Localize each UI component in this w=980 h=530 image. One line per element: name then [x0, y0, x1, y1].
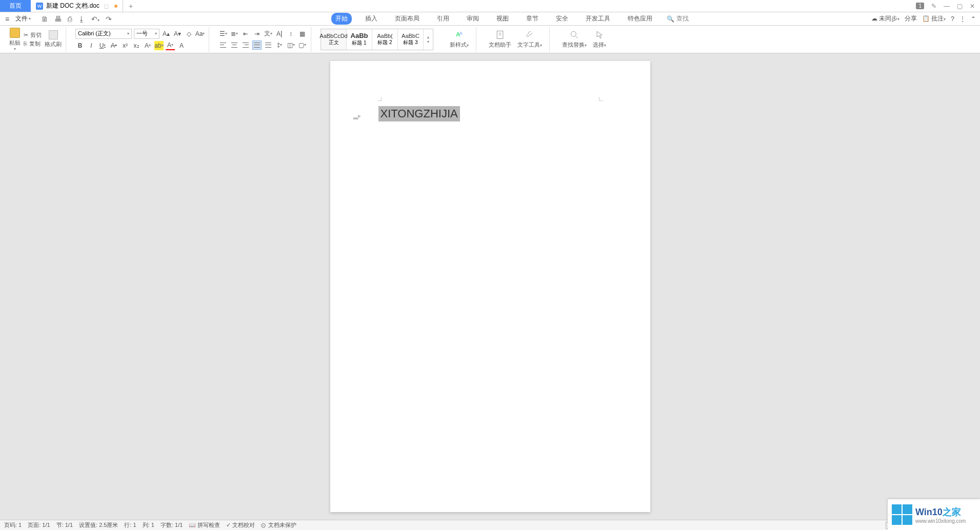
bullet-list-icon[interactable]: ☰▾: [218, 29, 228, 38]
tab-section[interactable]: 章节: [522, 13, 543, 25]
sort-icon[interactable]: ↕: [286, 29, 295, 38]
tab-special[interactable]: 特色应用: [624, 13, 656, 25]
notification-badge[interactable]: 1: [916, 3, 924, 9]
style-heading2[interactable]: AaBb(标题 2: [372, 29, 398, 50]
copy-button[interactable]: ⎘复制: [24, 40, 42, 48]
line-spacing-icon[interactable]: ‡▾: [275, 40, 284, 50]
font-name-select[interactable]: Calibri (正文)▾: [75, 29, 132, 39]
align-distribute-icon[interactable]: [264, 40, 273, 50]
align-right-icon[interactable]: [241, 40, 250, 50]
status-words[interactable]: 字数: 1/1: [161, 521, 183, 529]
highlight-icon[interactable]: ab▾: [154, 41, 164, 50]
font-color-icon[interactable]: A▾: [166, 41, 175, 50]
status-spell[interactable]: 📖拼写检查: [189, 521, 220, 529]
italic-icon[interactable]: I: [87, 41, 96, 50]
svg-point-3: [571, 31, 576, 36]
status-page[interactable]: 页面: 1/1: [28, 521, 50, 529]
phonetic-icon[interactable]: 文▾: [264, 29, 273, 38]
status-position[interactable]: 设置值: 2.5厘米: [79, 521, 118, 529]
align-center-icon[interactable]: [230, 40, 239, 50]
watermark-url: www.win10xitong.com: [915, 518, 966, 524]
text-effect-icon[interactable]: A▾: [143, 41, 152, 50]
tab-reference[interactable]: 引用: [433, 13, 453, 25]
increase-indent-icon[interactable]: ⇥: [252, 29, 262, 38]
underline-icon[interactable]: U▾: [98, 41, 107, 50]
search-command[interactable]: 🔍 查找: [667, 14, 689, 23]
file-menu[interactable]: 文件▾: [13, 14, 33, 23]
format-painter-button[interactable]: 格式刷: [45, 30, 62, 48]
tab-layout[interactable]: 页面布局: [391, 13, 424, 25]
doc-helper-button[interactable]: 文档助手: [486, 30, 514, 49]
char-border-icon[interactable]: Aǀ: [275, 29, 284, 38]
ribbon-collapse-icon[interactable]: ⌃: [971, 15, 976, 23]
window-maximize-icon[interactable]: ▢: [957, 3, 963, 10]
border-icon[interactable]: ▦: [297, 29, 307, 38]
skin-icon[interactable]: ✎: [931, 3, 936, 10]
number-list-icon[interactable]: ≣▾: [230, 29, 239, 38]
text-tools-button[interactable]: 文字工具▾: [514, 30, 545, 49]
select-button[interactable]: 选择▾: [590, 30, 609, 49]
decrease-indent-icon[interactable]: ⇤: [241, 29, 250, 38]
char-shading-icon[interactable]: A: [177, 41, 186, 50]
paragraph-group: ☰▾ ≣▾ ⇤ ⇥ 文▾ Aǀ ↕ ▦ ‡▾ ◫▾ ▢▾: [214, 27, 311, 52]
decrease-font-icon[interactable]: A▾: [173, 29, 182, 38]
windows-logo-icon: [892, 504, 912, 525]
export-icon[interactable]: ⭳: [77, 15, 86, 23]
style-heading3[interactable]: AaBbC标题 3: [398, 29, 424, 50]
save-icon[interactable]: 🗎: [40, 15, 49, 23]
print-preview-icon[interactable]: 🖶: [53, 15, 63, 23]
tab-view[interactable]: 视图: [492, 13, 513, 25]
styles-more-icon[interactable]: ▴▾: [424, 29, 433, 50]
subscript-icon[interactable]: x₂: [132, 41, 141, 50]
doc-helper-icon: [495, 30, 505, 40]
menu-more-icon[interactable]: ⋮: [959, 15, 966, 23]
styles-gallery[interactable]: AaBbCcDd正文 AaBb标题 1 AaBb(标题 2 AaBbC标题 3 …: [321, 29, 433, 50]
status-line[interactable]: 行: 1: [124, 521, 136, 529]
new-style-button[interactable]: AA 新样式▾: [447, 30, 472, 49]
status-protection[interactable]: ⛒文档未保护: [261, 521, 296, 529]
tab-indicator-icon[interactable]: ⎕: [105, 3, 108, 9]
align-justify-icon[interactable]: [252, 40, 262, 50]
undo-icon[interactable]: ↶▾: [90, 15, 101, 23]
help-icon[interactable]: ?: [951, 15, 954, 23]
style-heading1[interactable]: AaBb标题 1: [347, 29, 372, 50]
sync-status[interactable]: ☁ 未同步▾: [871, 14, 899, 23]
share-button[interactable]: 分享: [905, 14, 917, 23]
tab-dev[interactable]: 开发工具: [582, 13, 614, 25]
status-col[interactable]: 列: 1: [143, 521, 154, 529]
selected-text[interactable]: XITONGZHIJIA: [378, 106, 460, 121]
font-size-select[interactable]: 一号▾: [134, 29, 159, 39]
status-page-number[interactable]: 页码: 1: [4, 521, 22, 529]
tab-home[interactable]: 首页: [0, 0, 31, 12]
annotate-button[interactable]: 📋 批注▾: [922, 14, 946, 23]
shading-icon[interactable]: ◫▾: [286, 40, 295, 50]
bold-icon[interactable]: B: [75, 41, 85, 50]
redo-icon[interactable]: ↷: [105, 15, 113, 23]
tab-review[interactable]: 审阅: [463, 13, 483, 25]
change-case-icon[interactable]: Aa▾: [195, 29, 205, 38]
window-minimize-icon[interactable]: —: [944, 3, 950, 10]
page[interactable]: ▂▸ XITONGZHIJIA: [330, 61, 650, 512]
window-close-icon[interactable]: ✕: [970, 3, 975, 10]
style-normal[interactable]: AaBbCcDd正文: [321, 29, 347, 50]
tab-security[interactable]: 安全: [552, 13, 572, 25]
find-replace-button[interactable]: 查找替换▾: [559, 30, 590, 49]
tab-document[interactable]: 新建 DOC 文档.doc ⎕: [31, 0, 123, 12]
cut-button[interactable]: ✂剪切: [24, 31, 42, 39]
print-icon[interactable]: ⎙: [67, 15, 73, 23]
borders-icon[interactable]: ▢▾: [297, 40, 307, 50]
strikethrough-icon[interactable]: A▾: [109, 41, 118, 50]
tab-insert[interactable]: 插入: [361, 13, 382, 25]
increase-font-icon[interactable]: A▴: [162, 29, 171, 38]
align-left-icon[interactable]: [218, 40, 228, 50]
paste-button[interactable]: 粘贴▾: [9, 28, 21, 51]
tab-start[interactable]: 开始: [331, 13, 352, 25]
status-proof[interactable]: ✓文档校对: [226, 521, 255, 529]
paragraph-handle-icon[interactable]: ▂▸: [353, 112, 361, 119]
new-tab-button[interactable]: +: [123, 0, 138, 12]
document-area[interactable]: ▂▸ XITONGZHIJIA: [0, 53, 980, 520]
status-section[interactable]: 节: 1/1: [56, 521, 73, 529]
clear-format-icon[interactable]: ◇: [184, 29, 193, 38]
superscript-icon[interactable]: x²: [121, 41, 130, 50]
hamburger-menu-icon[interactable]: ≡: [4, 15, 10, 23]
